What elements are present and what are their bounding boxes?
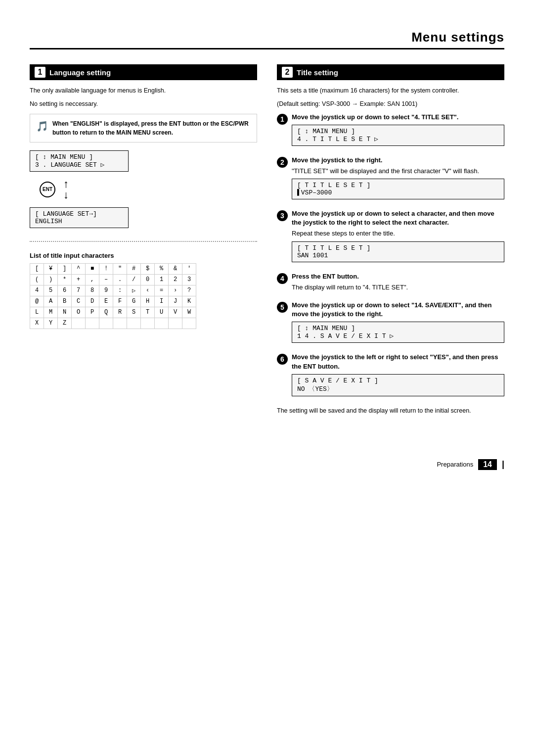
- char-cell: *: [58, 274, 72, 285]
- char-cell: [113, 318, 127, 329]
- char-cell: N: [58, 307, 72, 318]
- lcd-line: 4 . T I T L E S E T ▷: [297, 135, 499, 143]
- arrow-up-icon: ↑: [63, 179, 69, 189]
- char-cell: M: [44, 307, 58, 318]
- char-cell: +: [72, 274, 86, 285]
- char-cell: %: [155, 263, 169, 274]
- note-icon: 🎵: [36, 120, 48, 132]
- lcd-line: SAN 1001: [297, 252, 499, 259]
- char-cell: [141, 318, 155, 329]
- char-cell: [: [30, 263, 44, 274]
- section1-body2: No setting is neccessary.: [30, 99, 257, 109]
- char-cell: /: [127, 274, 141, 285]
- char-cell: I: [155, 296, 169, 307]
- char-cell: O: [72, 307, 86, 318]
- char-cell: [86, 318, 99, 329]
- char-list-title: List of title input characters: [30, 252, 257, 259]
- char-cell: 0: [141, 274, 155, 285]
- step-lcd-1: [ ↕ MAIN MENU ]4 . T I T L E S E T ▷: [292, 125, 504, 146]
- step-number-6: 6: [277, 354, 288, 365]
- char-cell: L: [30, 307, 44, 318]
- char-cell: K: [182, 296, 196, 307]
- char-cell: [127, 318, 141, 329]
- char-cell: ▷: [127, 285, 141, 296]
- page-title: Menu settings: [30, 30, 504, 45]
- lcd1-line1: [ ↕ MAIN MENU ]: [35, 153, 123, 161]
- language-setting-header: 1 Language setting: [30, 64, 257, 80]
- step-row-6: 6Move the joystick to the left or right …: [277, 353, 504, 399]
- lcd-group-1: [ ↕ MAIN MENU ] 3 . LANGUAGE SET ▷: [30, 147, 257, 175]
- char-cell: P: [86, 307, 99, 318]
- lcd2-line1: [ LANGUAGE SET→]: [35, 210, 123, 218]
- char-cell: 8: [86, 285, 99, 296]
- char-cell: [99, 318, 113, 329]
- char-cell: X: [30, 318, 44, 329]
- step-row-4: 4Press the ENT button.The display will r…: [277, 272, 504, 294]
- char-cell: V: [169, 307, 182, 318]
- step-content-3: Move the joystick up or down to select a…: [292, 209, 504, 265]
- char-cell: F: [113, 296, 127, 307]
- step-bold-2: Move the joystick to the right.: [292, 156, 504, 165]
- lcd-line: NO 〈YES〉: [297, 384, 499, 393]
- char-cell: =: [155, 285, 169, 296]
- section1-title: Language setting: [49, 68, 111, 77]
- arrow-down-icon: ↓: [63, 189, 69, 200]
- lcd-line: [ ↕ MAIN MENU ]: [297, 128, 499, 135]
- char-cell: 4: [30, 285, 44, 296]
- step-number-5: 5: [277, 302, 288, 313]
- char-cell: ■: [86, 263, 99, 274]
- step-number-2: 2: [277, 157, 288, 168]
- char-cell: R: [113, 307, 127, 318]
- step-content-2: Move the joystick to the right."TITLE SE…: [292, 156, 504, 202]
- char-cell: ): [44, 274, 58, 285]
- step-bold-1: Move the joystick up or down to select "…: [292, 113, 504, 122]
- char-cell: 6: [58, 285, 72, 296]
- char-cell: ": [113, 263, 127, 274]
- char-cell: &: [169, 263, 182, 274]
- step-detail-4: The display will return to "4. TITLE SET…: [292, 283, 504, 292]
- step-content-1: Move the joystick up or down to select "…: [292, 113, 504, 149]
- section1-number: 1: [35, 67, 45, 78]
- page-border-icon: |: [502, 459, 504, 470]
- lcd-line: ▌VSP–3000: [297, 189, 499, 196]
- lcd-line: [ T I T L E S E T ]: [297, 182, 499, 189]
- lcd-line: [ T I T L E S E T ]: [297, 244, 499, 252]
- step-row-2: 2Move the joystick to the right."TITLE S…: [277, 156, 504, 202]
- char-cell: 9: [99, 285, 113, 296]
- step-lcd-3: [ T I T L E S E T ]SAN 1001: [292, 241, 504, 262]
- step-content-4: Press the ENT button.The display will re…: [292, 272, 504, 294]
- page-number: 14: [478, 459, 497, 470]
- char-cell: 7: [72, 285, 86, 296]
- char-cell: @: [30, 296, 44, 307]
- lcd-line: [ ↕ MAIN MENU ]: [297, 325, 499, 332]
- title-setting-section: 2 Title setting This sets a title (maxim…: [277, 64, 504, 420]
- char-cell: ›: [169, 285, 182, 296]
- char-cell: ,: [86, 274, 99, 285]
- char-cell: ': [182, 263, 196, 274]
- char-cell: Z: [58, 318, 72, 329]
- char-cell: W: [182, 307, 196, 318]
- char-cell: [182, 318, 196, 329]
- final-text: The setting will be saved and the displa…: [277, 406, 504, 416]
- note-text: When "ENGLISH" is displayed, press the E…: [52, 119, 251, 137]
- char-cell: 5: [44, 285, 58, 296]
- char-cell: !: [99, 263, 113, 274]
- section2-number: 2: [282, 67, 293, 78]
- ent-button[interactable]: ENT: [40, 182, 55, 197]
- section2-body2: (Default setting: VSP-3000 → Example: SA…: [277, 99, 504, 109]
- char-cell: ¥: [44, 263, 58, 274]
- char-cell: ?: [182, 285, 196, 296]
- section2-body1: This sets a title (maximum 16 characters…: [277, 86, 504, 95]
- char-cell: :: [113, 285, 127, 296]
- title-setting-header: 2 Title setting: [277, 64, 504, 80]
- step-bold-4: Press the ENT button.: [292, 272, 504, 281]
- char-cell: E: [99, 296, 113, 307]
- lcd-display-1: [ ↕ MAIN MENU ] 3 . LANGUAGE SET ▷: [30, 150, 129, 172]
- section2-title: Title setting: [297, 68, 338, 77]
- char-cell: J: [169, 296, 182, 307]
- step-detail-3: Repeat these steps to enter the title.: [292, 229, 504, 238]
- char-cell: ]: [58, 263, 72, 274]
- step-lcd-6: [ S A V E / E X I T ]NO 〈YES〉: [292, 374, 504, 396]
- char-cell: D: [86, 296, 99, 307]
- lcd1-line2: 3 . LANGUAGE SET ▷: [35, 161, 123, 169]
